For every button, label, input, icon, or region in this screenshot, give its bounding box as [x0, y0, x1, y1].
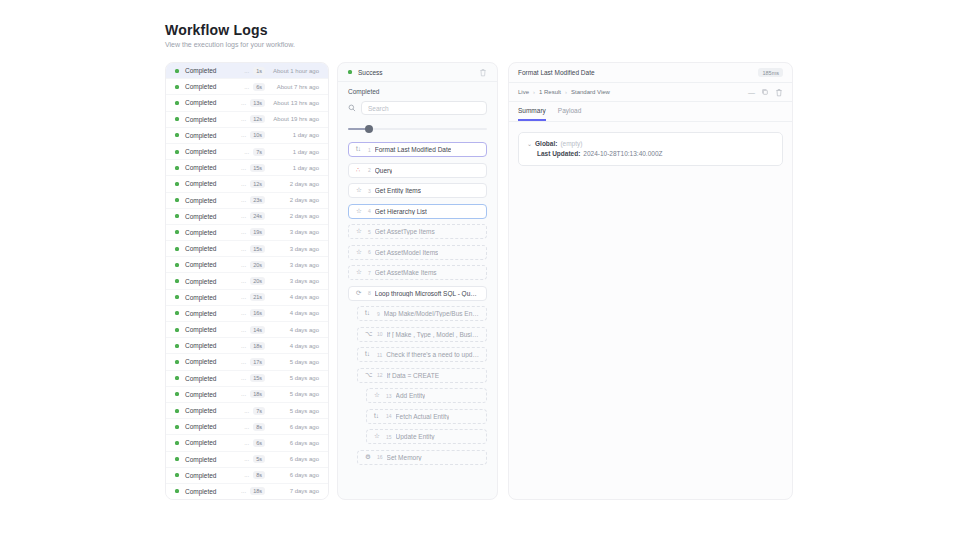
workflow-step[interactable]: ☆5Get AssetType Items	[348, 224, 487, 239]
step-label: Update Entity	[396, 433, 435, 440]
run-row[interactable]: Completed...21s4 days ago	[166, 290, 328, 306]
run-status-label: Completed	[185, 423, 240, 430]
step-label: Get Entity Items	[375, 187, 421, 194]
run-row[interactable]: Completed...6s6 days ago	[166, 435, 328, 451]
view-option-live[interactable]: Live	[518, 89, 529, 95]
run-row[interactable]: Completed...10s1 day ago	[166, 128, 328, 144]
run-timestamp: About 13 hrs ago	[269, 100, 319, 106]
step-number: 14	[386, 413, 392, 419]
collapse-icon[interactable]: —	[748, 89, 755, 96]
run-timestamp: 1 day ago	[269, 165, 319, 171]
zoom-slider[interactable]	[348, 122, 487, 136]
run-row[interactable]: Completed...14s4 days ago	[166, 322, 328, 338]
run-row[interactable]: Completed...7s1 day ago	[166, 144, 328, 160]
status-dot	[175, 85, 179, 89]
run-timestamp: 3 days ago	[269, 262, 319, 268]
workflow-step[interactable]: ☆4Get Hierarchy List	[348, 204, 487, 219]
step-label: If [ Make , Type , Model , Business Enti…	[387, 331, 479, 338]
workflow-step[interactable]: ☆7Get AssetMake Items	[348, 265, 487, 280]
run-duration-badge: 10s	[250, 131, 265, 139]
branch-icon: ⌥	[365, 331, 373, 338]
run-row[interactable]: Completed...24s2 days ago	[166, 209, 328, 225]
run-row[interactable]: Completed...12sAbout 19 hrs ago	[166, 112, 328, 128]
run-status-label: Completed	[185, 358, 237, 365]
run-timestamp: 2 days ago	[269, 213, 319, 219]
run-status-label: Completed	[185, 67, 240, 74]
workflow-step[interactable]: ⟳8Loop through Microsoft SQL - Query	[348, 286, 487, 301]
run-row[interactable]: Completed...15s3 days ago	[166, 241, 328, 257]
search-input[interactable]	[361, 101, 487, 115]
run-status-label: Completed	[185, 213, 237, 220]
step-number: 12	[377, 372, 383, 378]
run-row[interactable]: Completed...18s7 days ago	[166, 484, 328, 500]
run-row[interactable]: Completed...18s4 days ago	[166, 338, 328, 354]
run-row[interactable]: Completed...12s2 days ago	[166, 176, 328, 192]
run-row[interactable]: Completed...17s5 days ago	[166, 354, 328, 370]
run-row[interactable]: Completed...6sAbout 7 hrs ago	[166, 79, 328, 95]
run-id-ellipsis: ...	[241, 262, 246, 268]
step-label: If Data = CREATE	[387, 372, 439, 379]
run-row[interactable]: Completed...15s1 day ago	[166, 160, 328, 176]
workflow-step[interactable]: t↓9Map Make/Model/Type/Bus Entity	[357, 306, 487, 321]
run-row[interactable]: Completed...15s5 days ago	[166, 371, 328, 387]
run-id-ellipsis: ...	[244, 408, 249, 414]
run-timestamp: 1 day ago	[269, 132, 319, 138]
toolbar-icons: —	[748, 88, 783, 97]
run-row[interactable]: Completed...13sAbout 13 hrs ago	[166, 95, 328, 111]
run-timestamp: 3 days ago	[269, 229, 319, 235]
run-row[interactable]: Completed...5s6 days ago	[166, 452, 328, 468]
run-row[interactable]: Completed...20s3 days ago	[166, 273, 328, 289]
workflow-step[interactable]: ⌥12If Data = CREATE	[357, 368, 487, 383]
run-row[interactable]: Completed...1sAbout 1 hour ago	[166, 63, 328, 79]
step-number: 8	[368, 290, 371, 296]
run-id-ellipsis: ...	[241, 343, 246, 349]
view-option-standard-view[interactable]: Standard View	[571, 89, 610, 95]
run-timestamp: 5 days ago	[269, 408, 319, 414]
slider-knob[interactable]	[365, 125, 373, 133]
tab-summary[interactable]: Summary	[518, 107, 546, 121]
workflow-step[interactable]: ⌥10If [ Make , Type , Model , Business E…	[357, 327, 487, 342]
view-option-1-result[interactable]: 1 Result	[539, 89, 561, 95]
status-dot	[175, 441, 179, 445]
run-timestamp: 4 days ago	[269, 327, 319, 333]
workflow-step[interactable]: t↓11Check if there's a need to update	[357, 347, 487, 362]
run-duration-badge: 20s	[250, 261, 265, 269]
workflow-step[interactable]: t↓1Format Last Modified Date	[348, 142, 487, 157]
workflow-step[interactable]: ⚙16Set Memory	[357, 450, 487, 465]
workflow-step[interactable]: ☆3Get Entity Items	[348, 183, 487, 198]
run-status-label: Completed	[185, 278, 237, 285]
run-row[interactable]: Completed...7s5 days ago	[166, 403, 328, 419]
run-row[interactable]: Completed...20s3 days ago	[166, 257, 328, 273]
summary-global-row[interactable]: ⌄ Global: (empty)	[527, 139, 774, 149]
run-status-label: Completed	[185, 391, 237, 398]
workflow-step[interactable]: ☆13Add Entity	[366, 388, 487, 403]
run-row[interactable]: Completed...8s6 days ago	[166, 468, 328, 484]
run-duration-badge: 7s	[253, 148, 265, 156]
tab-payload[interactable]: Payload	[558, 107, 582, 121]
run-duration-badge: 20s	[250, 277, 265, 285]
delete-execution-icon[interactable]	[479, 68, 487, 77]
status-dot	[175, 328, 179, 332]
workflow-step[interactable]: ☆15Update Entity	[366, 429, 487, 444]
run-row[interactable]: Completed...23s2 days ago	[166, 193, 328, 209]
run-row[interactable]: Completed...18s5 days ago	[166, 387, 328, 403]
run-row[interactable]: Completed...16s4 days ago	[166, 306, 328, 322]
step-label: Loop through Microsoft SQL - Query	[375, 290, 479, 297]
run-timestamp: 5 days ago	[269, 391, 319, 397]
copy-icon[interactable]	[761, 88, 769, 96]
run-status-label: Completed	[185, 197, 237, 204]
run-id-ellipsis: ...	[241, 359, 246, 365]
workflow-step[interactable]: ☆6Get AssetModel Items	[348, 245, 487, 260]
workflow-step[interactable]: t↓14Fetch Actual Entity	[366, 409, 487, 424]
run-timestamp: 4 days ago	[269, 310, 319, 316]
loop-icon: ⟳	[356, 290, 364, 297]
run-timestamp: 2 days ago	[269, 197, 319, 203]
summary-card: ⌄ Global: (empty) Last Updated: 2024-10-…	[518, 132, 783, 166]
workflow-step[interactable]: ∴2Query	[348, 163, 487, 178]
run-row[interactable]: Completed...8s6 days ago	[166, 419, 328, 435]
query-icon: ∴	[356, 167, 364, 174]
run-status-label: Completed	[185, 439, 240, 446]
transform-icon: t↓	[356, 146, 364, 153]
run-row[interactable]: Completed...19s3 days ago	[166, 225, 328, 241]
trash-icon[interactable]	[775, 88, 783, 97]
